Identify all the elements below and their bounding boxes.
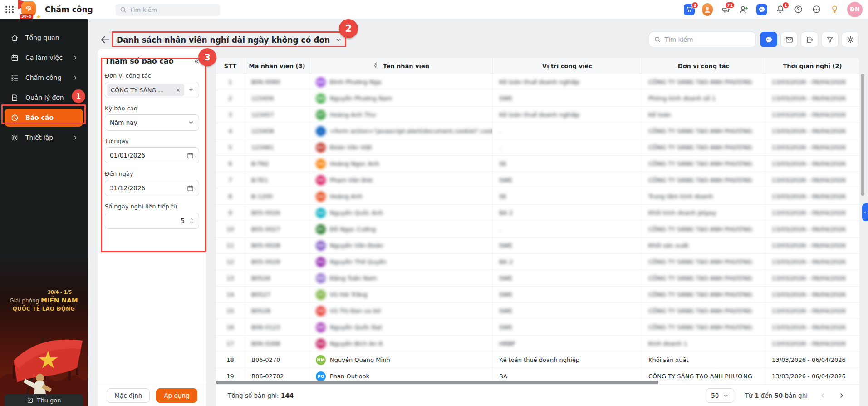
table-row[interactable]: 12B05-0029NQNguyễn Thế QuyềnBA 2CÔNG TY …	[216, 254, 859, 270]
table-settings-button[interactable]	[842, 32, 859, 47]
avatar: HA	[316, 159, 326, 169]
sidebar-item-cham-cong[interactable]: Chấm công	[5, 69, 83, 87]
sidebar-item-thiet-lap[interactable]: Thiết lập	[5, 129, 83, 147]
cell-leave-period: 13/03/2026 - 06/04/2026	[765, 188, 859, 204]
cell-stt: 2	[216, 90, 245, 106]
cell-unit: CÔNG TY SÁNG TẠO ANH PHƯƠNG	[642, 221, 765, 237]
cell-employee-code: B06-0270	[245, 352, 309, 368]
table-row[interactable]: 11B05-0028NĐNguyễn Văn ĐoànSWEKhối sản x…	[216, 238, 859, 254]
table-row[interactable]: 3123457HTHoàng Anh ThưKế toán thuế doanh…	[216, 107, 859, 123]
cell-unit: CÔNG TY SÁNG TẠO ANH PHƯƠNG	[642, 74, 765, 90]
table-row[interactable]: 2123456NNNguyễn Phương NamSWEPhòng kinh …	[216, 90, 859, 107]
sidebar-item-quan-ly-don[interactable]: Quản lý đơn	[5, 89, 83, 107]
collapse-icon	[27, 397, 34, 404]
column-header[interactable]: Mã nhân viên (3)	[245, 58, 309, 74]
table-row[interactable]: 10B05-0027ĐCĐỗ Ngọc Cường.CÔNG TY SÁNG T…	[216, 221, 859, 238]
sidebar-item-label: Ca làm việc	[25, 54, 66, 61]
table-row[interactable]: 1B06-0060ĐNĐinh Phương NgaKế toán thuế d…	[216, 74, 859, 90]
cell-stt: 1	[216, 74, 245, 90]
cell-employee-name: HAHoàng Anh	[309, 188, 493, 204]
app-logo[interactable]: 30-4 ★	[17, 0, 40, 19]
column-header[interactable]: Vị trí công việc	[493, 58, 642, 74]
chat-support-button[interactable]	[760, 32, 777, 47]
cell-unit: CÔNG TY SÁNG TẠO ANH PHƯƠNG	[642, 368, 765, 384]
remove-tag-icon[interactable]	[176, 88, 181, 93]
cell-stt: 7	[216, 172, 245, 188]
cell-unit: Kế toán	[642, 107, 765, 123]
search-icon	[120, 6, 127, 13]
table-row[interactable]: 15B0528VĐVũ Thị Đan xa bờSWECÔNG TY SÁNG…	[216, 303, 859, 319]
table-row[interactable]: 8B-1200HAHoàng AnhSETrung tâm kinh doanh…	[216, 188, 859, 205]
announcements-button[interactable]: 71	[720, 4, 731, 15]
period-select[interactable]: Năm nay	[105, 114, 199, 131]
cell-employee-code: B06-0123	[245, 319, 309, 335]
column-header[interactable]: STT	[216, 58, 245, 74]
cell-stt: 15	[216, 303, 245, 319]
cell-stt: 5	[216, 139, 245, 155]
stepper-icons[interactable]	[189, 218, 194, 224]
table-search-input[interactable]: Tìm kiếm	[649, 32, 756, 47]
sidebar-collapse-button[interactable]: Thu gọn	[5, 394, 83, 406]
sidebar-item-label: Tổng quan	[25, 34, 78, 41]
table-row[interactable]: 9B05-0026NANguyễn Quốc AnhBA 2Khối kinh …	[216, 205, 859, 221]
side-panel-toggle-tab[interactable]: ‹	[862, 203, 868, 221]
table-row[interactable]: 14B0527VTVũ Hải TrắngSWECÔNG TY SÁNG TẠO…	[216, 287, 859, 303]
avatar: VT	[316, 290, 326, 300]
min-days-label: Số ngày nghỉ liên tiếp từ	[105, 203, 199, 210]
default-button[interactable]: Mặc định	[107, 388, 150, 403]
column-header[interactable]: Đơn vị công tác	[642, 58, 765, 74]
apply-button[interactable]: Áp dụng	[156, 388, 197, 403]
table-row[interactable]: 6B-TN2HAHoàng Ngọc AnhSECÔNG TY SÁNG TẠO…	[216, 156, 859, 172]
app-grid-icon[interactable]	[5, 6, 14, 13]
min-days-stepper[interactable]: 5	[105, 213, 199, 229]
from-date-input[interactable]: 01/01/2026	[105, 147, 199, 163]
cell-stt: 16	[216, 319, 245, 335]
table-row[interactable]: 4123458<<form action="javascript:alert(d…	[216, 123, 859, 139]
table-row[interactable]: 18B06-0270NMNguyễn Quang MinhKế toán thu…	[216, 352, 859, 368]
sidebar-item-ca-lam-viec[interactable]: Ca làm việc	[5, 49, 83, 67]
notifications-button[interactable]: 1	[775, 4, 785, 15]
vertical-scrollbar[interactable]	[861, 74, 864, 196]
whats-new-button[interactable]	[829, 4, 840, 15]
export-button[interactable]	[801, 32, 818, 47]
column-header[interactable]: Thời gian nghỉ (2)	[765, 58, 859, 74]
horizontal-scrollbar[interactable]	[216, 381, 658, 384]
sidebar-item-tong-quan[interactable]: Tổng quan	[5, 29, 83, 47]
collapse-panel-icon[interactable]: «	[194, 57, 199, 65]
user-photo-avatar[interactable]	[702, 4, 713, 15]
help-button[interactable]	[793, 4, 804, 15]
ellipsis-icon	[812, 5, 821, 14]
page-size-select[interactable]: 50	[706, 388, 734, 403]
table-row[interactable]: 13B0526ĐNĐặng Tuấn NamSWECÔNG TY SÁNG TẠ…	[216, 270, 859, 287]
table-row[interactable]: 7B-TE1PĐPhạm Văn ĐứcSWECÔNG TY SÁNG TẠO …	[216, 172, 859, 188]
cell-unit: CÔNG TY SÁNG TẠO ANH PHƯƠNG	[642, 123, 765, 139]
global-search-input[interactable]: Tìm kiếm	[116, 4, 220, 16]
profile-avatar[interactable]: ĐN	[847, 2, 863, 17]
to-date-input[interactable]: 31/12/2026	[105, 180, 199, 196]
report-title-dropdown[interactable]: Danh sách nhân viên nghỉ dài ngày không …	[113, 32, 345, 48]
cell-unit: Khối kinh doanh Jetpay	[642, 205, 765, 221]
back-button[interactable]	[98, 34, 110, 45]
filter-button[interactable]	[821, 32, 839, 47]
sidebar-item-bao-cao[interactable]: Báo cáo	[5, 109, 83, 127]
from-date-label: Từ ngày	[105, 138, 199, 144]
cell-position: SWE	[493, 287, 642, 302]
unit-multiselect[interactable]: CÔNG TY SÁNG ...	[105, 82, 199, 98]
avatar: NĐ	[316, 322, 326, 332]
next-page-button[interactable]	[836, 390, 848, 401]
column-header[interactable]: Tên nhân viên	[309, 58, 493, 74]
more-options-button[interactable]	[811, 4, 822, 15]
table-row[interactable]: 16B06-0123NĐNguyễn Quốc ĐạtSWECÔNG TY SÁ…	[216, 319, 859, 336]
table-row[interactable]: 5123461ĐVĐoàn Văn Việt.CÔNG TY SÁNG TẠO …	[216, 139, 859, 156]
cell-employee-name: VTVũ Hải Trắng	[309, 287, 493, 302]
add-user-button[interactable]	[738, 4, 749, 15]
previous-page-button[interactable]	[817, 390, 829, 401]
report-table: STTMã nhân viên (3)Tên nhân viênVị trí c…	[216, 58, 859, 406]
cart-button[interactable]: 2	[684, 4, 695, 15]
messenger-button[interactable]	[756, 4, 767, 15]
cell-unit: CÔNG TY SÁNG TẠO ANH PHƯƠNG	[642, 270, 765, 286]
table-row[interactable]: 17B06-0268NANguyễn Bích An 8HRBPKinh doa…	[216, 336, 859, 352]
email-button[interactable]	[780, 32, 798, 47]
cell-leave-period: 13/03/2026 - 06/04/2026	[765, 156, 859, 172]
cell-position: Kế toán thuế doanh nghiệp	[493, 74, 642, 90]
